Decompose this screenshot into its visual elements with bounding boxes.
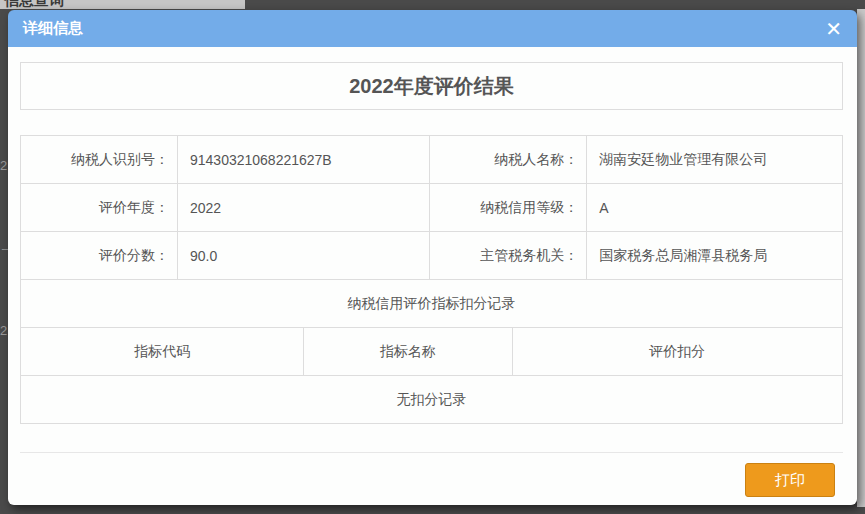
column-header-deduction: 评价扣分 [513, 328, 843, 376]
taxpayer-name-label: 纳税人名称： [430, 136, 587, 184]
background-page-title: 信息查询 [4, 0, 64, 9]
footer-divider [20, 452, 843, 453]
table-row: 评价分数： 90.0 主管税务机关： 国家税务总局湘潭县税务局 [21, 232, 843, 280]
table-row: 纳税人识别号： 91430321068221627B 纳税人名称： 湖南安廷物业… [21, 136, 843, 184]
eval-year-label: 评价年度： [21, 184, 178, 232]
result-title: 2022年度评价结果 [349, 73, 514, 100]
taxpayer-id-value: 91430321068221627B [178, 136, 430, 184]
evaluation-detail-table: 纳税人识别号： 91430321068221627B 纳税人名称： 湖南安廷物业… [20, 135, 843, 424]
no-deduction-record-text: 无扣分记录 [21, 376, 843, 424]
print-button[interactable]: 打印 [745, 463, 835, 497]
deduction-section-title: 纳税信用评价指标扣分记录 [21, 280, 843, 328]
background-text-fragment: 二 [0, 245, 8, 257]
dialog-body: 2022年度评价结果 纳税人识别号： 91430321068221627B 纳税… [8, 47, 857, 505]
table-row: 无扣分记录 [21, 376, 843, 424]
background-text-fragment: 2 [0, 158, 8, 172]
credit-grade-value: A [587, 184, 843, 232]
column-header-indicator-code: 指标代码 [21, 328, 304, 376]
background-scrollbar-strip [857, 9, 865, 507]
background-page-fragment: 信息查询 [0, 0, 245, 9]
table-row: 纳税信用评价指标扣分记录 [21, 280, 843, 328]
detail-info-dialog: 详细信息 ✕ 2022年度评价结果 纳税人识别号： 91430321068221… [8, 10, 857, 505]
result-title-box: 2022年度评价结果 [20, 62, 843, 110]
eval-year-value: 2022 [178, 184, 430, 232]
background-text-fragment: 2 [0, 323, 8, 337]
column-header-indicator-name: 指标名称 [304, 328, 513, 376]
table-row: 评价年度： 2022 纳税信用等级： A [21, 184, 843, 232]
tax-authority-value: 国家税务总局湘潭县税务局 [587, 232, 843, 280]
tax-authority-label: 主管税务机关： [430, 232, 587, 280]
taxpayer-id-label: 纳税人识别号： [21, 136, 178, 184]
taxpayer-name-value: 湖南安廷物业管理有限公司 [587, 136, 843, 184]
dialog-title: 详细信息 [23, 19, 83, 38]
close-icon[interactable]: ✕ [825, 19, 842, 39]
credit-grade-label: 纳税信用等级： [430, 184, 587, 232]
eval-score-value: 90.0 [178, 232, 430, 280]
table-header-row: 指标代码 指标名称 评价扣分 [21, 328, 843, 376]
dialog-titlebar: 详细信息 ✕ [8, 10, 857, 47]
eval-score-label: 评价分数： [21, 232, 178, 280]
